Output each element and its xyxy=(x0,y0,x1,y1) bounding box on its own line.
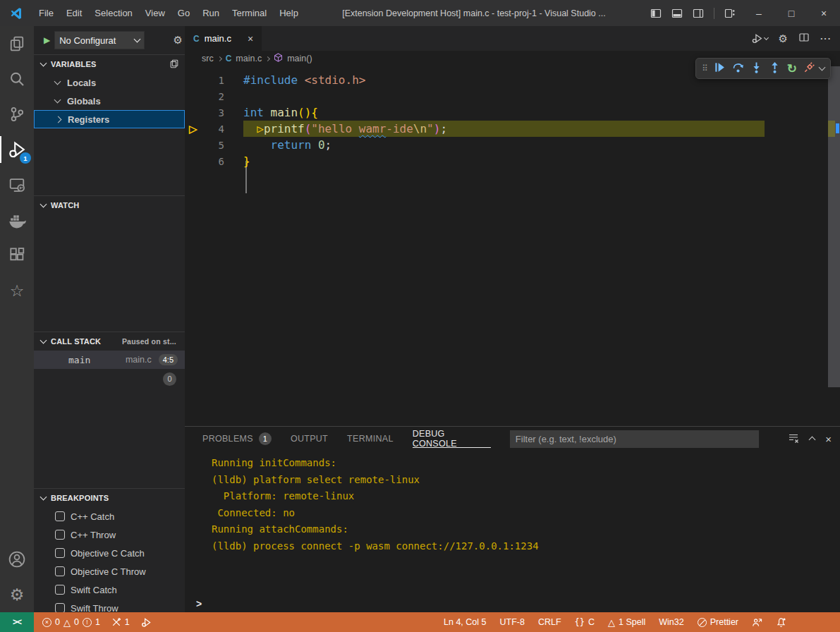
breakpoint-checkbox[interactable] xyxy=(55,603,65,612)
breakpoint-row[interactable]: Objective C Throw xyxy=(34,562,185,581)
tools-status[interactable]: 1 xyxy=(111,617,130,627)
toggle-primary-sidebar-icon[interactable] xyxy=(650,8,662,19)
toolbar-grip-icon[interactable]: ⠿ xyxy=(702,63,707,73)
debug-console-input[interactable]: > xyxy=(185,596,840,611)
activity-bar: 1 ☆ ⚙ xyxy=(0,26,34,612)
minimize-button[interactable]: – xyxy=(743,0,775,26)
code-editor[interactable]: 1#include <stdio.h>23int main(){▷4 ▷prin… xyxy=(185,66,840,426)
toggle-panel-icon[interactable] xyxy=(671,8,683,19)
debug-settings-gear-icon[interactable]: ⚙ xyxy=(174,34,183,47)
stack-frame-row[interactable]: main main.c 4:5 xyxy=(34,351,185,369)
maximize-panel-icon[interactable] xyxy=(809,437,816,444)
chevron-right-icon xyxy=(265,56,270,61)
console-filter-input[interactable] xyxy=(510,430,759,448)
platform-status[interactable]: Win32 xyxy=(659,617,683,627)
encoding[interactable]: UTF-8 xyxy=(499,617,524,627)
breakpoint-row[interactable]: Swift Throw xyxy=(34,599,185,612)
menu-run[interactable]: Run xyxy=(196,8,226,18)
variables-item-locals[interactable]: Locals xyxy=(34,73,185,92)
activity-search-icon[interactable] xyxy=(0,61,34,97)
step-into-icon[interactable] xyxy=(750,61,762,75)
breakpoint-checkbox[interactable] xyxy=(55,511,65,521)
activity-extensions-icon[interactable] xyxy=(0,238,34,273)
menu-terminal[interactable]: Terminal xyxy=(226,8,273,18)
toggle-secondary-sidebar-icon[interactable] xyxy=(693,8,704,19)
code-token: " xyxy=(427,122,434,135)
step-over-icon[interactable] xyxy=(732,61,744,75)
activity-remote-explorer-icon[interactable] xyxy=(0,167,34,202)
breakpoint-label: Objective C Throw xyxy=(71,566,146,577)
breakpoint-row[interactable]: Swift Catch xyxy=(34,581,185,599)
prettier-status[interactable]: Prettier xyxy=(698,617,738,627)
breakpoints-section: BREAKPOINTS C++ CatchC++ ThrowObjective … xyxy=(34,488,185,612)
menu-view[interactable]: View xyxy=(139,8,171,18)
run-or-debug-icon[interactable] xyxy=(751,32,768,44)
breakpoint-row[interactable]: C++ Throw xyxy=(34,525,185,544)
tab-close-icon[interactable]: × xyxy=(248,33,253,44)
cursor-position[interactable]: Ln 4, Col 5 xyxy=(444,617,486,627)
activity-explorer-icon[interactable] xyxy=(0,26,34,61)
variables-item-registers[interactable]: Registers xyxy=(34,110,185,128)
breadcrumb-symbol[interactable]: main() xyxy=(287,54,312,63)
breakpoints-header[interactable]: BREAKPOINTS xyxy=(34,489,185,507)
chevron-down-icon xyxy=(54,78,61,85)
code-text: #include <stdio.h> xyxy=(243,73,365,87)
accounts-icon[interactable] xyxy=(0,542,34,577)
language-mode[interactable]: {} C xyxy=(575,617,595,627)
feedback-person-icon[interactable] xyxy=(752,617,762,628)
spell-checker-status[interactable]: △ 1 Spell xyxy=(608,617,645,627)
menu-file[interactable]: File xyxy=(32,8,60,18)
panel-tab-debug-console[interactable]: DEBUG CONSOLE xyxy=(413,427,491,451)
code-line-5: 5 return 0; xyxy=(185,137,840,153)
panel-tab-terminal[interactable]: TERMINAL xyxy=(347,427,394,451)
variables-header[interactable]: VARIABLES xyxy=(34,55,185,73)
split-editor-icon[interactable] xyxy=(798,32,810,45)
activity-star-icon[interactable]: ☆ xyxy=(0,273,34,308)
breakpoint-row[interactable]: C++ Catch xyxy=(34,507,185,525)
remote-indicator[interactable]: >< xyxy=(0,612,34,632)
watch-header[interactable]: WATCH xyxy=(34,196,185,214)
eol-sequence[interactable]: CRLF xyxy=(538,617,561,627)
editor-gear-icon[interactable]: ⚙ xyxy=(779,32,788,45)
breakpoint-row[interactable]: Objective C Catch xyxy=(34,544,185,562)
close-button[interactable]: × xyxy=(808,0,840,26)
customize-layout-icon[interactable] xyxy=(724,8,736,19)
breakpoint-checkbox[interactable] xyxy=(55,530,65,540)
debug-status-icon[interactable] xyxy=(141,617,152,628)
settings-gear-icon[interactable]: ⚙ xyxy=(0,577,34,612)
call-stack-header[interactable]: CALL STACK Paused on st... xyxy=(34,332,185,351)
chevron-down-icon xyxy=(40,494,47,501)
restart-icon[interactable]: ↻ xyxy=(787,63,797,75)
notifications-bell-icon[interactable] xyxy=(776,617,786,628)
clear-console-icon[interactable] xyxy=(788,432,799,446)
panel-tab-problems[interactable]: PROBLEMS1 xyxy=(202,427,272,451)
overview-ruler[interactable] xyxy=(828,66,840,387)
breadcrumb-file[interactable]: main.c xyxy=(236,54,262,63)
breakpoint-checkbox[interactable] xyxy=(55,566,65,576)
launch-config-dropdown[interactable]: No Configurat xyxy=(54,31,145,49)
more-actions-icon[interactable]: ··· xyxy=(820,33,832,44)
vscode-window: FileEditSelectionViewGoRunTerminalHelp [… xyxy=(0,0,840,632)
toolbar-chevron-down-icon[interactable] xyxy=(819,64,826,71)
breadcrumb-folder[interactable]: src xyxy=(202,54,214,63)
menu-edit[interactable]: Edit xyxy=(60,8,88,18)
breakpoint-checkbox[interactable] xyxy=(55,585,65,595)
menu-go[interactable]: Go xyxy=(171,8,196,18)
variables-item-globals[interactable]: Globals xyxy=(34,92,185,110)
activity-source-control-icon[interactable] xyxy=(0,97,34,132)
problems-status[interactable]: × 0 △ 0 ! 1 xyxy=(42,617,100,627)
activity-run-debug-icon[interactable]: 1 xyxy=(0,132,34,167)
tab-main-c[interactable]: C main.c × xyxy=(185,26,262,51)
disconnect-icon[interactable] xyxy=(803,61,815,75)
maximize-button[interactable]: □ xyxy=(775,0,808,26)
activity-docker-icon[interactable] xyxy=(0,202,34,238)
close-panel-icon[interactable]: × xyxy=(825,433,832,445)
breakpoint-checkbox[interactable] xyxy=(55,548,65,558)
step-out-icon[interactable] xyxy=(769,61,781,75)
menu-help[interactable]: Help xyxy=(273,8,305,18)
continue-icon[interactable] xyxy=(714,61,726,75)
panel-tab-output[interactable]: OUTPUT xyxy=(291,427,328,451)
start-debug-icon[interactable]: ▶ xyxy=(44,35,50,45)
collapse-copy-icon[interactable] xyxy=(169,59,179,70)
menu-selection[interactable]: Selection xyxy=(88,8,138,18)
